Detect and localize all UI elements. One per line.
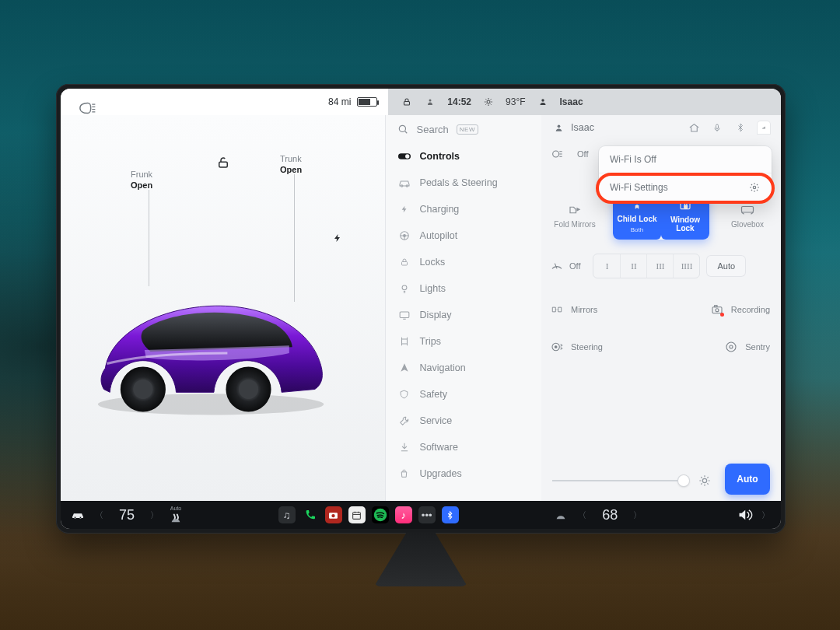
wifi-settings-row[interactable]: Wi-Fi Settings [599,173,772,201]
charge-port-icon[interactable] [333,232,342,244]
menu-charging[interactable]: Charging [386,196,541,222]
svg-point-40 [74,516,75,518]
wiper-speed-segment[interactable]: I II III IIII [593,254,700,278]
profile-icon [552,121,565,134]
frunk-button[interactable]: FrunkOpen [131,170,152,191]
download-icon [398,441,411,453]
app-spotify[interactable] [372,506,389,523]
menu-lights[interactable]: Lights [386,275,541,302]
sun-icon [482,96,495,108]
mirrors-adjust-button[interactable]: Mirrors [551,303,597,316]
dashcam-button[interactable]: Recording [711,303,770,316]
menu-display[interactable]: Display [386,302,541,328]
menu-locks[interactable]: Locks [386,249,541,275]
svg-rect-25 [765,127,765,129]
settings-menu: Search NEW Controls Pedals & Steering Ch… [385,115,541,501]
fold-mirrors-button[interactable]: Fold Mirrors [551,191,599,240]
menu-pedals[interactable]: Pedals & Steering [386,170,541,196]
shield-icon [398,388,411,401]
car-quick-icon[interactable] [72,509,84,521]
lights-off-button[interactable]: Off [577,149,588,159]
headlight-icon[interactable] [76,100,96,117]
svg-point-9 [239,380,258,399]
wiper-seg-3[interactable]: III [646,254,673,278]
svg-point-10 [399,125,405,131]
chevron-left-icon[interactable]: 〈 [578,509,586,521]
brightness-auto-button[interactable]: Auto [725,464,770,495]
mic-icon[interactable] [711,121,723,134]
svg-rect-44 [353,512,361,519]
app-more[interactable]: ••• [418,506,436,523]
wifi-status-row[interactable]: Wi-Fi Is Off [599,146,772,173]
svg-rect-19 [400,312,409,318]
sentry-button[interactable]: Sentry [725,341,770,353]
unlock-icon[interactable] [216,156,230,170]
app-music[interactable]: ♫ [278,506,296,523]
svg-rect-31 [742,206,754,212]
gear-icon [748,181,761,194]
menu-service[interactable]: Service [386,408,541,434]
vehicle-image [92,286,333,418]
menu-safety[interactable]: Safety [386,381,541,408]
homelink-icon[interactable] [688,121,700,134]
menu-autopilot[interactable]: Autopilot [386,222,541,249]
trips-icon [398,335,411,348]
app-phone[interactable] [302,506,319,523]
svg-point-36 [555,346,557,348]
headlights-icon[interactable] [551,148,563,160]
svg-point-41 [79,516,81,518]
app-bluetooth[interactable] [442,506,459,523]
wiper-off[interactable]: Off [569,261,580,271]
chevron-right-icon[interactable]: 〉 [150,509,159,521]
chevron-left-icon[interactable]: 〈 [95,509,103,521]
bolt-icon [398,203,411,215]
wiper-seg-4[interactable]: IIII [673,254,699,278]
menu-navigation[interactable]: Navigation [386,355,541,381]
wrench-icon [398,415,411,427]
volume-control[interactable]: 〉 [738,509,770,521]
steering-icon [398,229,411,242]
steering-adjust-button[interactable]: Steering [551,341,603,353]
driver-temp-value: 75 [114,507,139,523]
chevron-right-icon[interactable]: 〉 [761,509,770,521]
wiper-seg-1[interactable]: I [593,254,620,278]
vehicle-pane: FrunkOpen TrunkOpen [61,115,385,501]
search-row[interactable]: Search NEW [386,115,541,143]
svg-rect-0 [404,102,410,106]
brightness-icon [698,474,711,487]
signal-icon[interactable] [758,121,770,134]
menu-trips[interactable]: Trips [386,328,541,355]
wiper-icon [551,260,563,272]
chevron-right-icon[interactable]: 〉 [633,509,642,521]
clock: 14:52 [447,96,471,107]
profile-name[interactable]: Isaac [560,96,583,107]
lock-icon[interactable] [401,96,413,108]
svg-rect-22 [762,128,763,129]
menu-upgrades[interactable]: Upgrades [386,460,541,487]
driver-seat-heater[interactable]: Auto [170,506,182,524]
svg-point-20 [557,124,560,128]
profile-icon[interactable] [537,96,549,108]
trunk-button[interactable]: TrunkOpen [280,154,302,176]
passenger-seat-heater[interactable] [555,509,567,521]
menu-software[interactable]: Software [386,434,541,460]
svg-rect-24 [764,127,765,128]
wiper-auto-button[interactable]: Auto [706,255,746,277]
app-camera[interactable] [325,506,342,523]
app-calendar[interactable] [348,506,366,523]
passenger-temp-control[interactable]: 〈 68 〉 [578,507,642,523]
svg-point-27 [553,151,559,157]
screen: 84 mi 14:52 93°F Isaac FrunkOp [61,89,781,529]
battery-icon [357,97,377,107]
steering-adjust-icon [551,341,563,353]
svg-point-3 [541,99,544,101]
new-badge: NEW [457,124,478,135]
menu-controls[interactable]: Controls [386,143,541,170]
brightness-slider[interactable] [552,474,711,487]
driver-temp-control[interactable]: 〈 75 〉 [95,507,159,523]
app-apple-music[interactable]: ♪ [395,506,412,523]
wiper-seg-2[interactable]: II [620,254,646,278]
svg-point-37 [726,342,736,352]
profile-switch[interactable]: Isaac [552,121,594,134]
bluetooth-icon[interactable] [734,121,747,134]
